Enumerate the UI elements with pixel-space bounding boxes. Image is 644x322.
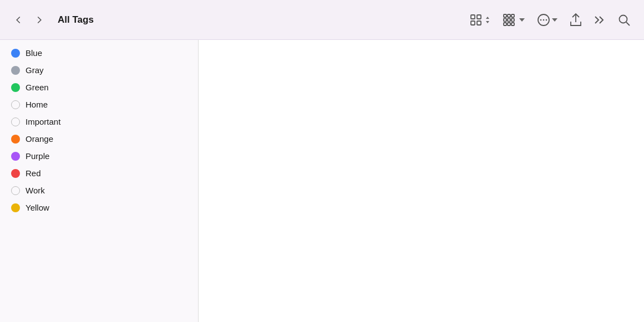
tag-item-blue[interactable]: Blue bbox=[0, 44, 198, 62]
tag-item-gray[interactable]: Gray bbox=[0, 62, 198, 79]
svg-rect-3 bbox=[477, 21, 481, 25]
tag-dot-important bbox=[11, 117, 20, 126]
forward-button[interactable] bbox=[30, 12, 49, 28]
svg-line-18 bbox=[626, 22, 630, 25]
svg-rect-12 bbox=[511, 23, 514, 25]
svg-point-14 bbox=[540, 19, 542, 21]
tag-item-important[interactable]: Important bbox=[0, 113, 198, 130]
search-button[interactable] bbox=[613, 11, 635, 29]
tag-label-orange: Orange bbox=[26, 134, 53, 144]
svg-rect-8 bbox=[508, 18, 510, 21]
tag-label-blue: Blue bbox=[26, 48, 42, 58]
tag-label-red: Red bbox=[26, 168, 41, 178]
tag-item-work[interactable]: Work bbox=[0, 182, 198, 199]
svg-point-15 bbox=[543, 19, 545, 21]
svg-point-16 bbox=[546, 19, 547, 21]
svg-point-17 bbox=[620, 15, 627, 23]
tag-label-yellow: Yellow bbox=[26, 203, 49, 212]
tag-item-home[interactable]: Home bbox=[0, 96, 198, 113]
view-toggle-button[interactable] bbox=[465, 11, 495, 29]
dropdown-arrow-small-icon bbox=[552, 18, 557, 22]
tag-label-home: Home bbox=[26, 100, 48, 109]
tag-dot-gray bbox=[11, 66, 20, 75]
tag-item-yellow[interactable]: Yellow bbox=[0, 199, 198, 216]
tag-dot-purple bbox=[11, 152, 20, 161]
tag-dot-work bbox=[11, 186, 20, 195]
tag-dot-orange bbox=[11, 135, 20, 144]
content-area bbox=[199, 40, 644, 322]
sidebar: BlueGrayGreenHomeImportantOrangePurpleRe… bbox=[0, 40, 199, 322]
tag-label-green: Green bbox=[26, 83, 49, 92]
svg-rect-7 bbox=[504, 18, 506, 21]
share-icon bbox=[570, 13, 582, 27]
main-container: BlueGrayGreenHomeImportantOrangePurpleRe… bbox=[0, 40, 644, 322]
tag-label-important: Important bbox=[26, 117, 60, 126]
expand-button[interactable] bbox=[590, 13, 610, 27]
grid-large-icon bbox=[503, 14, 518, 26]
ellipsis-circle-icon bbox=[537, 13, 550, 27]
tag-dot-red bbox=[11, 169, 20, 178]
svg-rect-5 bbox=[508, 14, 510, 17]
svg-rect-0 bbox=[471, 15, 475, 19]
updown-arrow-icon bbox=[484, 16, 491, 24]
back-button[interactable] bbox=[9, 12, 28, 28]
tag-label-purple: Purple bbox=[26, 151, 49, 161]
nav-buttons bbox=[9, 12, 49, 28]
tag-item-red[interactable]: Red bbox=[0, 165, 198, 182]
view-group-button[interactable] bbox=[499, 11, 529, 29]
svg-rect-1 bbox=[477, 15, 481, 19]
tag-label-gray: Gray bbox=[26, 65, 44, 75]
grid-small-icon bbox=[469, 13, 483, 27]
dropdown-arrow-icon bbox=[519, 18, 525, 22]
chevron-right-icon bbox=[33, 14, 45, 26]
more-options-button[interactable] bbox=[533, 11, 562, 29]
page-title: All Tags bbox=[58, 14, 94, 25]
share-button[interactable] bbox=[565, 10, 586, 30]
tag-dot-green bbox=[11, 83, 20, 92]
svg-rect-10 bbox=[504, 23, 506, 25]
toolbar-actions bbox=[465, 10, 635, 30]
chevron-left-icon bbox=[12, 14, 24, 26]
double-chevron-right-icon bbox=[594, 16, 605, 24]
svg-rect-4 bbox=[504, 14, 506, 17]
svg-rect-2 bbox=[471, 21, 475, 25]
tag-item-green[interactable]: Green bbox=[0, 79, 198, 96]
tag-label-work: Work bbox=[26, 186, 45, 195]
svg-rect-9 bbox=[511, 18, 514, 21]
svg-rect-11 bbox=[508, 23, 510, 25]
toolbar: All Tags bbox=[0, 0, 644, 40]
tag-dot-yellow bbox=[11, 203, 20, 212]
tag-dot-blue bbox=[11, 49, 20, 58]
tag-item-orange[interactable]: Orange bbox=[0, 130, 198, 147]
tag-item-purple[interactable]: Purple bbox=[0, 147, 198, 165]
search-icon bbox=[617, 13, 631, 27]
svg-rect-6 bbox=[511, 14, 514, 17]
tag-dot-home bbox=[11, 100, 20, 109]
